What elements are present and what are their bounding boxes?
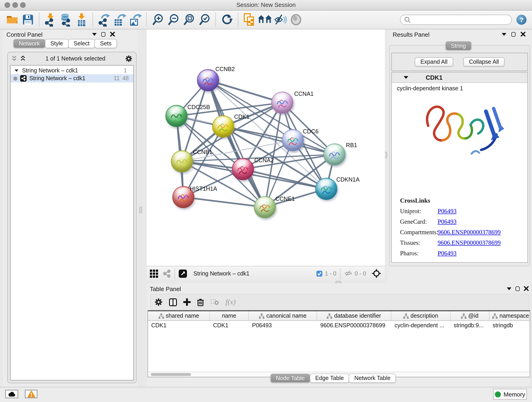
crosslink-compartments[interactable]: 9606.ENSP00000378699 — [438, 229, 500, 236]
tab-network-table[interactable]: Network Table — [349, 374, 396, 383]
gene-description: cyclin-dependent kinase 1 — [392, 83, 527, 92]
tab-node-table[interactable]: Node Table — [270, 374, 310, 383]
cell-shared-name[interactable]: CDK1 — [148, 321, 210, 331]
graph-node-CDK1[interactable] — [212, 115, 234, 138]
delete-icon[interactable] — [197, 298, 204, 306]
clone-network-icon[interactable] — [241, 12, 257, 27]
tab-edge-table[interactable]: Edge Table — [310, 374, 349, 383]
tab-sets[interactable]: Sets — [95, 39, 117, 48]
graph-node-CDC25B[interactable] — [165, 105, 187, 127]
warning-button[interactable] — [25, 390, 38, 398]
gene-card-expander-icon[interactable] — [404, 76, 408, 79]
table-panel-close-icon[interactable] — [524, 286, 529, 291]
column-header-name[interactable]: name — [210, 311, 249, 320]
add-icon[interactable] — [183, 298, 191, 306]
open-in-window-icon[interactable] — [179, 269, 187, 278]
column-header-description[interactable]: description — [391, 311, 450, 320]
results-panel-close-icon[interactable] — [520, 32, 526, 37]
gene-card-header[interactable]: CDK1 — [392, 72, 527, 83]
graph-node-CCNE1[interactable] — [254, 196, 276, 218]
network-collection-row[interactable]: String Network – cdk1 1 — [11, 66, 133, 74]
network-row-selected[interactable]: String Network – cdk1 11 48 — [11, 74, 133, 83]
export-image-icon[interactable] — [127, 12, 143, 27]
cell-database-identifier[interactable]: 9606.ENSP00000378699 — [317, 321, 391, 331]
help-icon[interactable]: ? — [516, 15, 526, 25]
memory-button[interactable]: Memory — [493, 389, 527, 400]
hide-selected-icon[interactable] — [273, 12, 288, 27]
column-header-id[interactable]: @id — [450, 311, 489, 320]
refresh-icon[interactable] — [219, 12, 234, 27]
cell-id[interactable]: stringdb:9... — [450, 321, 489, 331]
first-neighbors-icon[interactable] — [257, 12, 273, 27]
scrollbar-thumb[interactable] — [151, 373, 191, 376]
graph-node-CDKN1A[interactable] — [315, 178, 337, 200]
results-panel-float-icon[interactable] — [511, 32, 515, 36]
graph-node-RB1[interactable] — [323, 143, 346, 166]
toolbar-separator — [340, 268, 341, 279]
tab-style[interactable]: Style — [45, 39, 69, 48]
table-panel-collapse-icon[interactable] — [507, 287, 511, 290]
tab-string[interactable]: String — [445, 41, 471, 51]
open-file-icon[interactable] — [5, 12, 20, 27]
tab-select[interactable]: Select — [68, 39, 95, 48]
zoom-out-icon[interactable] — [165, 12, 181, 27]
birdseye-view-icon[interactable] — [372, 269, 381, 278]
zoom-selected-icon[interactable] — [196, 12, 212, 27]
grid-view-icon[interactable] — [149, 269, 158, 278]
table-row[interactable]: CDK1 CDK1 P06493 9606.ENSP00000378699 cy… — [148, 321, 530, 331]
graph-node-CCNA1[interactable] — [271, 92, 293, 114]
crosslink-uniprot[interactable]: P06493 — [438, 208, 457, 215]
import-network-file-icon[interactable] — [43, 12, 58, 27]
cloud-icon — [7, 391, 16, 397]
collection-expander-icon[interactable] — [15, 69, 18, 71]
graph-node-label: CDC6 — [303, 128, 318, 135]
column-header-canonical-name[interactable]: canonical name — [249, 311, 317, 320]
crosslink-pharos[interactable]: P06493 — [438, 250, 457, 257]
zoom-in-icon[interactable] — [150, 12, 165, 27]
results-panel-collapse-icon[interactable] — [502, 33, 506, 36]
graph-node-CCNA2[interactable] — [232, 158, 254, 180]
gear-icon[interactable] — [125, 55, 133, 62]
collapse-all-icon[interactable] — [12, 56, 17, 61]
selected-checkbox-icon[interactable] — [316, 270, 323, 277]
save-session-icon[interactable] — [20, 12, 36, 27]
cell-namespace[interactable]: stringdb — [489, 321, 530, 331]
cell-description[interactable]: cyclin-dependent ... — [391, 321, 450, 331]
export-network-icon[interactable] — [96, 12, 112, 27]
graph-node-CDC6[interactable] — [282, 129, 304, 151]
import-table-file-icon[interactable] — [74, 12, 89, 27]
search-box[interactable] — [400, 15, 512, 25]
show-all-icon[interactable] — [288, 12, 304, 27]
table-panel-float-icon[interactable] — [515, 286, 520, 291]
graph-node-CCNB1[interactable] — [171, 150, 193, 172]
hidden-eye-slash-icon[interactable] — [344, 270, 352, 277]
column-header-database-identifier[interactable]: database identifier — [317, 311, 391, 320]
cloud-button[interactable] — [5, 390, 18, 398]
control-panel-close-icon[interactable] — [110, 32, 115, 37]
tab-network[interactable]: Network — [13, 39, 45, 48]
import-network-database-icon[interactable] — [58, 12, 74, 27]
graph-node-label: HIST1H1A — [190, 186, 217, 192]
function-icon[interactable]: f(x) — [225, 298, 235, 306]
control-panel-collapse-icon[interactable] — [92, 33, 97, 36]
crosslink-genecard[interactable]: P06493 — [438, 218, 457, 225]
gear-icon[interactable] — [154, 298, 163, 306]
collapse-all-button[interactable]: Collapse All — [463, 57, 505, 66]
column-header-namespace[interactable]: namespace — [489, 311, 530, 320]
search-input[interactable] — [413, 16, 508, 23]
clear-table-icon[interactable] — [210, 299, 219, 305]
left-divider-handle[interactable] — [139, 207, 142, 213]
cell-canonical-name[interactable]: P06493 — [249, 321, 317, 331]
cell-name[interactable]: CDK1 — [210, 321, 249, 331]
control-panel-float-icon[interactable] — [101, 32, 105, 36]
network-canvas[interactable]: CCNB2CCNA1CDC25BCDK1CDC6RB1CCNB1CCNA2CDK… — [147, 29, 385, 266]
network-share-icon[interactable] — [163, 269, 171, 278]
zoom-fit-icon[interactable] — [181, 12, 196, 27]
crosslink-tissues[interactable]: 9606.ENSP00000378699 — [438, 239, 500, 247]
graph-node-CCNB2[interactable] — [197, 69, 219, 91]
export-table-icon[interactable] — [112, 12, 127, 27]
columns-icon[interactable] — [169, 298, 177, 306]
expand-all-button[interactable]: Expand All — [415, 57, 453, 66]
column-header-shared-name[interactable]: shared name — [148, 311, 210, 320]
expand-all-icon[interactable] — [20, 56, 26, 61]
